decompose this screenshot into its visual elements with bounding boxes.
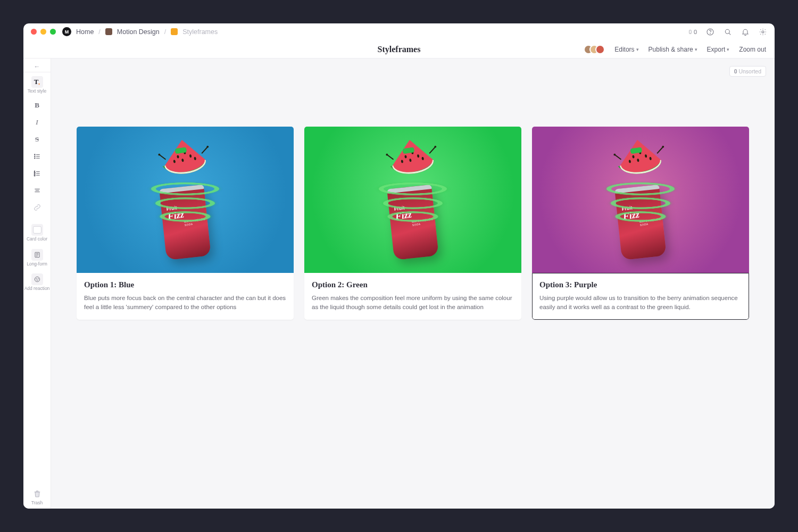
mobile-count: 0	[694, 29, 697, 35]
breadcrumb-page[interactable]: Styleframes	[182, 28, 218, 36]
svg-point-65	[613, 153, 616, 155]
svg-line-40	[201, 147, 208, 153]
styleframe-card-blue[interactable]: FruitFizzWATERMELON SODA Option 1: Blue …	[77, 127, 294, 320]
watermelon-soda-illustration: FruitFizzWATERMELON SODA	[143, 139, 228, 261]
bullet-list-button[interactable]	[23, 148, 51, 165]
numbered-list-button[interactable]: 123	[23, 165, 51, 182]
svg-point-41	[206, 145, 209, 147]
watermelon-soda-illustration: FruitFizzWATERMELON SODA	[370, 139, 455, 261]
card-image: FruitFizzWATERMELON SODA	[77, 127, 294, 273]
close-window-button[interactable]	[31, 29, 37, 35]
svg-point-9	[34, 156, 35, 157]
strikethrough-button[interactable]: S	[23, 131, 51, 148]
card-body: Option 1: Blue Blue puts more focus back…	[77, 273, 294, 320]
card-title: Option 1: Blue	[84, 280, 286, 289]
chevron-down-icon: ▾	[636, 47, 639, 52]
svg-line-38	[160, 154, 165, 160]
collapse-sidebar-button[interactable]: ←	[23, 61, 51, 72]
chevron-down-icon: ▾	[695, 47, 697, 52]
project-color-icon	[105, 28, 112, 35]
minimize-window-button[interactable]	[40, 29, 46, 35]
svg-text:3: 3	[34, 174, 36, 177]
bold-button[interactable]: B	[23, 97, 51, 114]
svg-line-66	[656, 147, 663, 153]
link-button[interactable]	[23, 199, 51, 216]
align-button[interactable]	[23, 182, 51, 199]
svg-point-39	[158, 153, 160, 155]
svg-point-26	[35, 277, 39, 281]
svg-point-52	[386, 153, 388, 155]
card-description: Green makes the composition feel more un…	[312, 294, 514, 311]
svg-point-3	[710, 33, 710, 34]
card-description: Using purple would allow us to transitio…	[539, 294, 715, 311]
card-title: Option 2: Green	[312, 280, 514, 289]
card-color-icon	[31, 224, 43, 236]
editors-dropdown[interactable]: Editors▾	[614, 46, 638, 53]
breadcrumb-home[interactable]: Home	[76, 28, 94, 36]
svg-point-11	[34, 158, 35, 159]
svg-line-64	[615, 154, 621, 160]
styleframe-card-green[interactable]: FruitFizzWATERMELON SODA Option 2: Green…	[304, 127, 521, 320]
secondary-toolbar: Styleframes Editors▾ Publish & share▾ Ex…	[23, 40, 715, 59]
card-color-tool[interactable]: Card color	[23, 220, 51, 245]
publish-share-dropdown[interactable]: Publish & share▾	[649, 46, 697, 53]
card-description: Blue puts more focus back on the central…	[84, 294, 286, 311]
avatar	[595, 45, 605, 54]
long-form-tool[interactable]: Long-form	[23, 245, 51, 270]
italic-button[interactable]: I	[23, 114, 51, 131]
breadcrumb-project[interactable]: Motion Design	[117, 28, 160, 36]
canvas[interactable]: 0 Unsorted FruitFizzWATERMELON SODA Opti…	[51, 59, 715, 477]
card-body: Option 2: Green Green makes the composit…	[304, 273, 521, 320]
svg-point-27	[36, 278, 36, 279]
format-sidebar: ← T▾ Text style B I S 123	[23, 59, 51, 477]
window-controls	[31, 29, 56, 35]
mobile-preview-button[interactable]: 0	[688, 27, 697, 36]
titlebar: M Home / Motion Design / Styleframes 0	[23, 23, 715, 40]
app-window: M Home / Motion Design / Styleframes 0	[23, 23, 715, 477]
card-image: FruitFizzWATERMELON SODA	[532, 127, 715, 273]
watermelon-soda-illustration: FruitFizzWATERMELON SODA	[598, 139, 683, 261]
card-body[interactable]: Option 3: Purple Using purple would allo…	[532, 273, 715, 320]
add-reaction-icon	[31, 273, 43, 285]
breadcrumb-separator: /	[164, 28, 166, 36]
svg-point-67	[662, 145, 664, 147]
svg-point-54	[434, 145, 436, 147]
svg-point-28	[38, 278, 38, 279]
long-form-icon	[31, 249, 43, 261]
collaborator-avatars[interactable]	[584, 45, 605, 54]
add-reaction-tool[interactable]: Add reaction	[23, 270, 51, 294]
styleframe-card-purple[interactable]: FruitFizzWATERMELON SODA Option 3: Purpl…	[532, 127, 715, 320]
svg-line-51	[387, 154, 393, 160]
export-dropdown[interactable]: Export▾	[707, 46, 715, 53]
maximize-window-button[interactable]	[50, 29, 56, 35]
text-style-tool[interactable]: T▾ Text style	[23, 72, 51, 97]
page-color-icon	[171, 28, 178, 35]
card-title: Option 3: Purple	[539, 280, 715, 289]
card-image: FruitFizzWATERMELON SODA	[304, 127, 521, 273]
home-icon[interactable]: M	[62, 27, 71, 36]
help-button[interactable]	[705, 27, 714, 36]
card-row: FruitFizzWATERMELON SODA Option 1: Blue …	[77, 127, 715, 320]
page-title: Styleframes	[378, 45, 421, 54]
svg-point-7	[34, 154, 35, 155]
breadcrumb-separator: /	[98, 28, 100, 36]
text-style-icon: T▾	[31, 76, 43, 88]
svg-line-53	[429, 147, 436, 153]
breadcrumb: M Home / Motion Design / Styleframes	[62, 27, 218, 36]
